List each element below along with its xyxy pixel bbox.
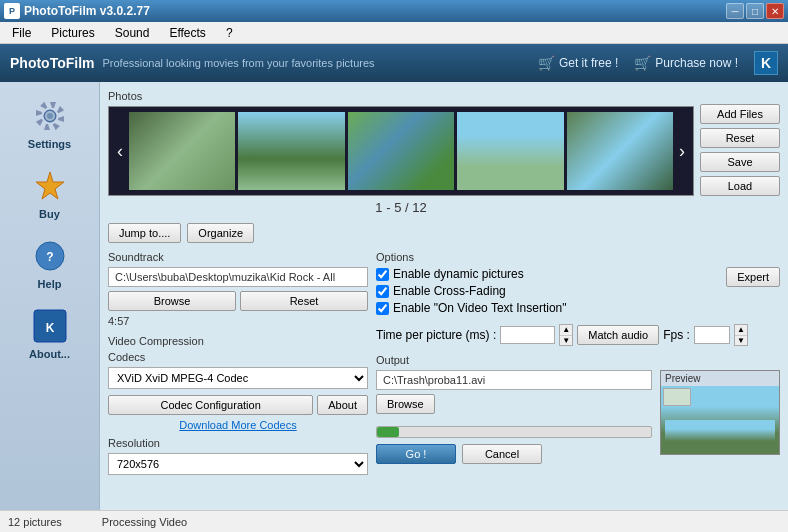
video-compression-label: Video Compression — [108, 335, 368, 347]
browse-soundtrack-button[interactable]: Browse — [108, 291, 236, 311]
prev-nav[interactable]: ‹ — [113, 141, 127, 162]
options-label: Options — [376, 251, 780, 263]
about-icon: K — [30, 306, 70, 346]
reset-soundtrack-button[interactable]: Reset — [240, 291, 368, 311]
codec-config-button[interactable]: Codec Configuration — [108, 395, 313, 415]
menu-help[interactable]: ? — [218, 24, 241, 42]
expert-button[interactable]: Expert — [726, 267, 780, 287]
sidebar-buy[interactable]: Buy — [10, 160, 90, 226]
jump-to-button[interactable]: Jump to.... — [108, 223, 181, 243]
two-col: Soundtrack C:\Users\buba\Desktop\muzika\… — [108, 251, 780, 475]
photos-main: Photos ‹ › 1 - 5 / 12 — [108, 90, 694, 219]
go-row: Go ! Cancel — [376, 444, 652, 464]
soundtrack-path: C:\Users\buba\Desktop\muzika\Kid Rock - … — [108, 267, 368, 287]
cart-icon-2: 🛒 — [634, 55, 651, 71]
photos-row: Photos ‹ › 1 - 5 / 12 Add Files Reset — [108, 90, 780, 219]
app-title: PhotoToFilm v3.0.2.77 — [24, 4, 150, 18]
match-audio-button[interactable]: Match audio — [577, 325, 659, 345]
sidebar-help[interactable]: ? Help — [10, 230, 90, 296]
content-area: Photos ‹ › 1 - 5 / 12 Add Files Reset — [100, 82, 788, 510]
question-icon: ? — [30, 236, 70, 276]
k-button[interactable]: K — [754, 51, 778, 75]
photo-thumb-4[interactable] — [457, 112, 563, 190]
header-logo: PhotoToFilm — [10, 55, 95, 71]
maximize-button[interactable]: □ — [746, 3, 764, 19]
preview-thumb — [663, 388, 691, 406]
app-icon: P — [4, 3, 20, 19]
crossfading-label: Enable Cross-Fading — [393, 284, 506, 298]
codec-buttons: Codec Configuration About — [108, 395, 368, 415]
settings-label: Settings — [28, 138, 71, 150]
go-button[interactable]: Go ! — [376, 444, 456, 464]
gear-icon — [30, 96, 70, 136]
photo-thumb-3[interactable] — [348, 112, 454, 190]
preview-box: Preview — [660, 370, 780, 455]
reset-photos-button[interactable]: Reset — [700, 128, 780, 148]
svg-point-2 — [47, 113, 53, 119]
status-bar: 12 pictures Processing Video — [0, 510, 788, 532]
option-text-insertion: Enable "On Video Text Insertion" — [376, 301, 567, 315]
row-controls: Jump to.... Organize — [108, 223, 780, 243]
get-free-label: Get it free ! — [559, 56, 618, 70]
menu-file[interactable]: File — [4, 24, 39, 42]
time-down-spin[interactable]: ▼ — [560, 336, 572, 346]
svg-text:?: ? — [46, 250, 53, 264]
about-button[interactable]: About — [317, 395, 368, 415]
browse-output-button[interactable]: Browse — [376, 394, 435, 414]
menu-pictures[interactable]: Pictures — [43, 24, 102, 42]
fps-up-spin[interactable]: ▲ — [735, 325, 747, 336]
output-label: Output — [376, 354, 780, 366]
save-button[interactable]: Save — [700, 152, 780, 172]
output-path: C:\Trash\proba11.avi — [376, 370, 652, 390]
crossfading-checkbox[interactable] — [376, 285, 389, 298]
main-layout: Settings Buy ? Help K — [0, 82, 788, 510]
preview-label: Preview — [661, 371, 779, 386]
status-processing: Processing Video — [102, 516, 187, 528]
codec-select[interactable]: XViD XviD MPEG-4 Codec — [108, 367, 368, 389]
menu-sound[interactable]: Sound — [107, 24, 158, 42]
photo-thumbs — [129, 112, 673, 190]
sidebar-about[interactable]: K About... — [10, 300, 90, 366]
get-it-free-action[interactable]: 🛒 Get it free ! — [538, 55, 618, 71]
purchase-action[interactable]: 🛒 Purchase now ! — [634, 55, 738, 71]
soundtrack-label: Soundtrack — [108, 251, 368, 263]
header-bar: PhotoToFilm Professional looking movies … — [0, 44, 788, 82]
cancel-button[interactable]: Cancel — [462, 444, 542, 464]
text-insertion-label: Enable "On Video Text Insertion" — [393, 301, 567, 315]
star-icon — [30, 166, 70, 206]
load-button[interactable]: Load — [700, 176, 780, 196]
purchase-label: Purchase now ! — [655, 56, 738, 70]
fps-down-spin[interactable]: ▼ — [735, 336, 747, 346]
buy-label: Buy — [39, 208, 60, 220]
option-dynamic: Enable dynamic pictures — [376, 267, 567, 281]
fps-input[interactable]: 25 — [694, 326, 730, 344]
sidebar: Settings Buy ? Help K — [0, 82, 100, 510]
left-col: Soundtrack C:\Users\buba\Desktop\muzika\… — [108, 251, 368, 475]
progress-fill — [377, 427, 399, 437]
minimize-button[interactable]: ─ — [726, 3, 744, 19]
options-section: Options Enable dynamic pictures Enable C… — [376, 251, 780, 346]
photos-buttons: Add Files Reset Save Load — [700, 90, 780, 219]
next-nav[interactable]: › — [675, 141, 689, 162]
close-button[interactable]: ✕ — [766, 3, 784, 19]
menu-bar: File Pictures Sound Effects ? — [0, 22, 788, 44]
time-label: Time per picture (ms) : — [376, 328, 496, 342]
time-up-spin[interactable]: ▲ — [560, 325, 572, 336]
photo-thumb-2[interactable] — [238, 112, 344, 190]
time-input[interactable]: 19038 — [500, 326, 555, 344]
dynamic-pictures-checkbox[interactable] — [376, 268, 389, 281]
sidebar-settings[interactable]: Settings — [10, 90, 90, 156]
menu-effects[interactable]: Effects — [161, 24, 213, 42]
svg-text:K: K — [45, 321, 54, 335]
text-insertion-checkbox[interactable] — [376, 302, 389, 315]
photos-label: Photos — [108, 90, 694, 102]
download-codecs-link[interactable]: Download More Codecs — [108, 419, 368, 431]
add-files-button[interactable]: Add Files — [700, 104, 780, 124]
organize-button[interactable]: Organize — [187, 223, 254, 243]
resolution-select[interactable]: 720x576 — [108, 453, 368, 475]
photo-counter: 1 - 5 / 12 — [108, 200, 694, 215]
soundtrack-section: Soundtrack C:\Users\buba\Desktop\muzika\… — [108, 251, 368, 327]
photo-thumb-1[interactable] — [129, 112, 235, 190]
photo-thumb-5[interactable] — [567, 112, 673, 190]
status-pictures: 12 pictures — [8, 516, 62, 528]
